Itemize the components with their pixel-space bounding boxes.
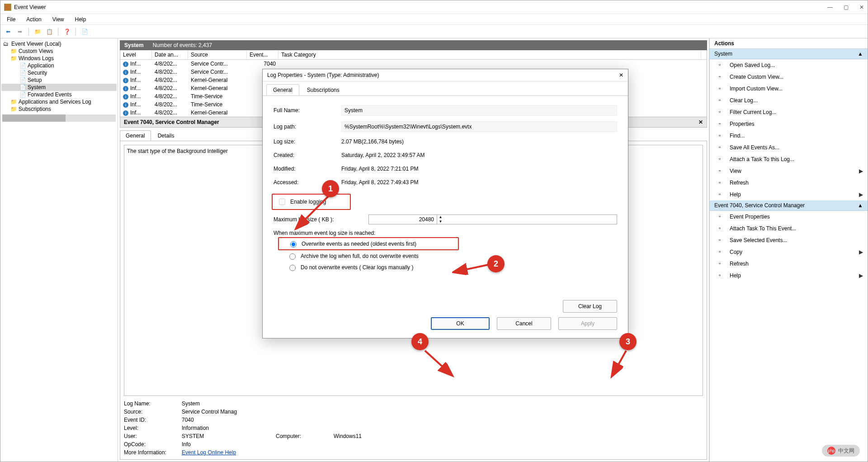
actions-title: Actions [710, 38, 868, 49]
tree-node-security[interactable]: 📄Security [1, 69, 117, 76]
log-icon: 📄 [19, 77, 26, 83]
dlg-tab-general[interactable]: General [266, 84, 299, 95]
tree-node-setup[interactable]: 📄Setup [1, 76, 117, 84]
log-icon: 📁 [10, 55, 17, 62]
info-icon: i [123, 102, 128, 108]
action-icon: ▫ [719, 272, 726, 279]
action-copy[interactable]: ▫Copy▶ [710, 246, 868, 258]
tree-node-application[interactable]: 📄Application [1, 62, 117, 69]
event-log-help-link[interactable]: Event Log Online Help [182, 449, 236, 456]
watermark: php 中文网 [822, 445, 860, 457]
menu-action[interactable]: Action [23, 15, 45, 24]
php-icon: php [827, 447, 835, 455]
action-clear-log-[interactable]: ▫Clear Log... [710, 95, 868, 106]
action-help[interactable]: ▫Help▶ [710, 270, 868, 281]
annotation-badge-2: 2 [487, 255, 505, 272]
action-import-custom-view-[interactable]: ▫Import Custom View... [710, 83, 868, 95]
submenu-arrow-icon: ▶ [859, 249, 863, 255]
action-icon: ▫ [719, 109, 726, 116]
ok-button[interactable]: OK [431, 317, 490, 330]
help-icon[interactable]: ❓ [62, 27, 72, 37]
app-icon [4, 4, 11, 11]
collapse-icon[interactable]: ▲ [858, 51, 863, 57]
action-create-custom-view-[interactable]: ▫Create Custom View... [710, 71, 868, 83]
back-icon[interactable]: ⬅ [3, 27, 13, 37]
action-save-all-events-as-[interactable]: ▫Save All Events As... [710, 142, 868, 153]
tree-node-applications-and-services-log[interactable]: 📁Applications and Services Log [1, 98, 117, 105]
tree-root[interactable]: 🗂 Event Viewer (Local) [1, 40, 117, 48]
svg-line-1 [457, 265, 488, 271]
action-properties[interactable]: ▫Properties [710, 118, 868, 130]
actions-pane: Actions System▲ ▫Open Saved Log...▫Creat… [709, 38, 868, 462]
radio-overwrite[interactable] [290, 241, 297, 248]
submenu-arrow-icon: ▶ [859, 272, 863, 279]
tree-node-system[interactable]: 📄System [1, 84, 117, 91]
cancel-button[interactable]: Cancel [497, 317, 551, 330]
folder-icon[interactable]: 📁 [33, 27, 42, 37]
action-filter-current-log-[interactable]: ▫Filter Current Log... [710, 106, 868, 118]
info-icon: i [123, 94, 128, 100]
tree-node-windows-logs[interactable]: 📁Windows Logs [1, 55, 117, 62]
info-icon: i [123, 86, 128, 91]
info-icon: i [123, 110, 128, 116]
info-icon: i [123, 62, 128, 67]
collapse-icon[interactable]: ▲ [858, 202, 863, 209]
dialog-close-icon[interactable]: ✕ [619, 72, 623, 78]
tree-node-forwarded-events[interactable]: 📄Forwarded Events [1, 91, 117, 98]
submenu-arrow-icon: ▶ [859, 191, 863, 198]
svg-line-3 [425, 351, 450, 373]
tree-node-subscriptions[interactable]: 📁Subscriptions [1, 105, 117, 113]
enable-logging-checkbox[interactable] [279, 199, 285, 205]
annotation-badge-1: 1 [322, 180, 339, 197]
action-find-[interactable]: ▫Find... [710, 130, 868, 142]
close-detail-icon[interactable]: ✕ [698, 119, 703, 125]
navigation-tree[interactable]: 🗂 Event Viewer (Local) 📁Custom Views📁Win… [0, 38, 118, 462]
spin-up-icon[interactable]: ▲ [437, 215, 444, 219]
logpath-field[interactable]: %SystemRoot%\System32\Winevt\Logs\System… [341, 121, 617, 132]
nav-scrollbar[interactable] [2, 114, 116, 122]
action-refresh[interactable]: ▫Refresh [710, 177, 868, 189]
action-attach-a-task-to-this-log-[interactable]: ▫Attach a Task To this Log... [710, 153, 868, 165]
maximize-button[interactable]: ▢ [844, 4, 849, 10]
scrollbar-head [701, 50, 707, 59]
eventviewer-icon: 🗂 [3, 41, 9, 47]
action-save-selected-events-[interactable]: ▫Save Selected Events... [710, 234, 868, 246]
action-view[interactable]: ▫View▶ [710, 165, 868, 177]
log-icon: 📄 [19, 70, 26, 76]
action-help[interactable]: ▫Help▶ [710, 189, 868, 200]
max-log-size-input[interactable]: ▲▼ [368, 214, 617, 224]
tab-general[interactable]: General [120, 130, 151, 141]
menu-file[interactable]: File [3, 15, 19, 24]
annotation-arrow-4 [423, 348, 459, 380]
dlg-tab-subscriptions[interactable]: Subscriptions [300, 84, 346, 95]
info-icon: i [123, 70, 128, 75]
radio-overwrite-wrap: Overwrite events as needed (oldest event… [278, 237, 459, 250]
filter-icon[interactable]: 📋 [44, 27, 54, 37]
tab-details[interactable]: Details [152, 130, 180, 141]
properties-icon[interactable]: 📄 [80, 27, 90, 37]
menu-help[interactable]: Help [71, 15, 90, 24]
action-icon: ▫ [719, 156, 726, 163]
action-attach-task-to-this-event-[interactable]: ▫Attach Task To This Event... [710, 223, 868, 234]
action-icon: ▫ [719, 167, 726, 175]
menu-view[interactable]: View [49, 15, 68, 24]
spin-down-icon[interactable]: ▼ [437, 219, 444, 224]
clear-log-button[interactable]: Clear Log [563, 300, 617, 313]
forward-icon[interactable]: ➡ [15, 27, 25, 37]
close-button[interactable]: ✕ [859, 4, 864, 10]
radio-no-overwrite[interactable] [289, 265, 296, 271]
info-icon: i [123, 78, 128, 83]
actions-section-system[interactable]: System▲ [710, 49, 868, 59]
action-refresh[interactable]: ▫Refresh [710, 258, 868, 270]
submenu-arrow-icon: ▶ [859, 168, 863, 174]
table-row[interactable]: iInf...4/8/202...Service Contr...7040 [120, 60, 707, 68]
minimize-button[interactable]: — [827, 4, 833, 10]
apply-button[interactable]: Apply [558, 317, 617, 330]
annotation-arrow-3 [608, 348, 635, 380]
action-open-saved-log-[interactable]: ▫Open Saved Log... [710, 59, 868, 71]
actions-section-event[interactable]: Event 7040, Service Control Manager▲ [710, 200, 868, 211]
tree-node-custom-views[interactable]: 📁Custom Views [1, 48, 117, 55]
grid-header[interactable]: Level Date an... Source Event... Task Ca… [120, 50, 707, 60]
action-event-properties[interactable]: ▫Event Properties [710, 211, 868, 223]
radio-archive[interactable] [289, 253, 296, 260]
